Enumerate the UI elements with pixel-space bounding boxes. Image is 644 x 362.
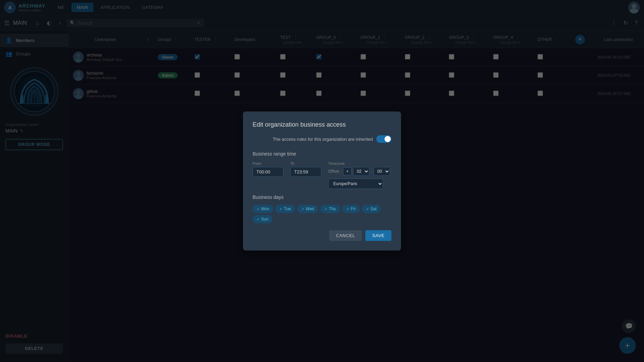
day-check-icon: ✓ (257, 207, 260, 211)
offset-min-select[interactable]: 0030 (374, 167, 390, 176)
day-button[interactable]: ✓ Mon (253, 205, 273, 213)
day-button[interactable]: ✓ Thu (320, 205, 340, 213)
day-check-icon: ✓ (279, 207, 282, 211)
offset-colon2: : (371, 169, 372, 174)
timezone-select[interactable]: Europe/Paris UTC America/New_York (328, 179, 383, 189)
days-row: ✓ Mon✓ Tue✓ Wed✓ Thu✓ Fri✓ Sat✓ Sun (253, 205, 391, 223)
inherited-toggle[interactable]: ✓ (376, 135, 391, 143)
day-check-icon: ✓ (366, 207, 369, 211)
time-row: From To Timezone Offset : + 02000103 : (253, 161, 391, 189)
inherited-row: The access rules for this organization a… (253, 135, 391, 143)
day-button[interactable]: ✓ Fri (342, 205, 360, 213)
offset-hour-select[interactable]: 02000103 (353, 167, 369, 176)
day-button[interactable]: ✓ Wed (297, 205, 318, 213)
timezone-label: Timezone (328, 161, 390, 166)
day-button[interactable]: ✓ Sun (253, 215, 273, 223)
save-button[interactable]: SAVE (365, 230, 391, 241)
business-days-title: Business days (253, 194, 391, 200)
day-button[interactable]: ✓ Tue (275, 205, 295, 213)
inherited-text: The access rules for this organization a… (273, 137, 373, 142)
day-button[interactable]: ✓ Sat (362, 205, 381, 213)
timezone-area: Timezone Offset : + 02000103 : 0030 Euro… (328, 161, 390, 189)
offset-sign: + (343, 167, 352, 175)
business-days-section: Business days ✓ Mon✓ Tue✓ Wed✓ Thu✓ Fri✓… (253, 194, 391, 223)
modal-title: Edit organization business access (253, 121, 391, 128)
to-label: To (290, 161, 321, 166)
day-check-icon: ✓ (324, 207, 327, 211)
business-range-title: Business range time (253, 151, 391, 157)
offset-colon: : (341, 169, 342, 174)
edit-business-access-modal: Edit organization business access The ac… (243, 111, 401, 251)
from-field: From (253, 161, 284, 189)
modal-actions: CANCEL SAVE (253, 230, 391, 241)
to-field: To (290, 161, 321, 189)
day-check-icon: ✓ (257, 217, 260, 222)
cancel-button[interactable]: CANCEL (329, 230, 362, 241)
toggle-check-icon: ✓ (387, 136, 390, 141)
to-input[interactable] (290, 167, 321, 177)
from-input[interactable] (253, 167, 284, 177)
day-check-icon: ✓ (301, 207, 304, 211)
offset-label: Offset (328, 169, 339, 174)
modal-overlay: Edit organization business access The ac… (0, 0, 644, 362)
day-check-icon: ✓ (346, 207, 349, 211)
from-label: From (253, 161, 284, 166)
offset-row: Offset : + 02000103 : 0030 (328, 167, 390, 176)
